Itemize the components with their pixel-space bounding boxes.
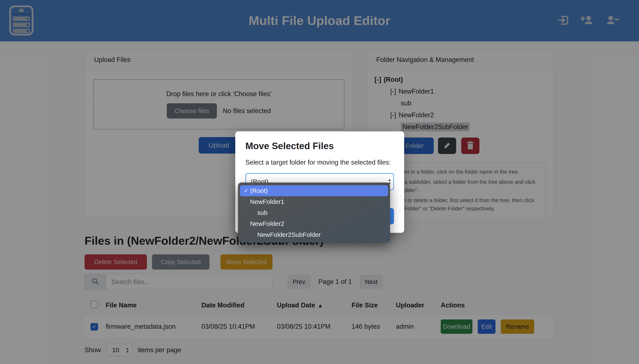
modal-description: Select a target folder for moving the se…	[245, 157, 391, 168]
folder-dropdown-popup: ✓ (Root) NewFolder1 sub NewFolder2 NewFo…	[238, 182, 390, 242]
modal-title: Move Selected Files	[245, 141, 394, 151]
dropdown-option-newfolder2[interactable]: NewFolder2	[240, 218, 388, 229]
check-icon: ✓	[244, 188, 250, 194]
dropdown-option-newfolder1[interactable]: NewFolder1	[240, 196, 388, 207]
dropdown-option-sub[interactable]: sub	[240, 207, 388, 218]
dropdown-option-root[interactable]: ✓ (Root)	[240, 185, 388, 196]
dropdown-option-newfolder2subfolder[interactable]: NewFolder2SubFolder	[240, 229, 388, 240]
